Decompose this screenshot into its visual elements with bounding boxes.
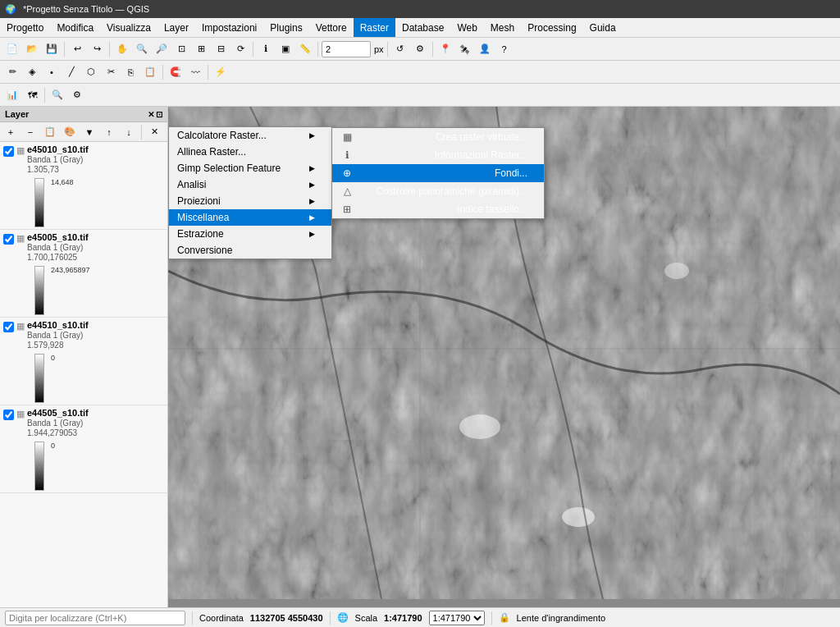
btn-gps[interactable]: 🛰: [456, 40, 474, 58]
btn-snapping[interactable]: 🧲: [167, 63, 185, 81]
menu-gimp[interactable]: Gimp Selection Feature ▶: [169, 160, 331, 176]
layer-checkbox-e45010[interactable]: [3, 146, 14, 157]
btn-undo[interactable]: ↩: [68, 40, 86, 58]
scale-select[interactable]: 1:471790 1:100000 1:50000: [429, 611, 485, 625]
btn-locator[interactable]: 🔍: [48, 86, 66, 104]
coordinate-value: 1132705 4550430: [250, 613, 323, 623]
btn-processing[interactable]: ⚙: [68, 86, 86, 104]
sidebar-close-btn[interactable]: ✕: [148, 110, 154, 119]
menu-miscellanea[interactable]: Miscellanea ▶ ▦ Crea raster virtuale... …: [169, 209, 331, 226]
menu-allinea[interactable]: Allinea Raster...: [169, 144, 331, 160]
menu-processing[interactable]: Processing: [521, 18, 582, 37]
sep2: [109, 42, 110, 57]
menu-mesh[interactable]: Mesh: [484, 18, 521, 37]
svg-point-3: [459, 414, 500, 439]
submenu-fondi[interactable]: ⊕ Fondi...: [332, 164, 544, 182]
btn-copy[interactable]: ⎘: [121, 63, 139, 81]
btn-cut[interactable]: ✂: [102, 63, 120, 81]
btn-settings[interactable]: ⚙: [411, 40, 429, 58]
layer-checkbox-e44505[interactable]: [3, 410, 14, 420]
btn-zoom-in[interactable]: 🔍: [133, 40, 151, 58]
btn-profile[interactable]: 👤: [476, 40, 494, 58]
locator-input[interactable]: [5, 611, 185, 625]
menu-guida[interactable]: Guida: [583, 18, 623, 37]
menu-analisi[interactable]: Analisi ▶: [169, 176, 331, 193]
btn-open[interactable]: 📂: [23, 40, 41, 58]
btn-layer-down[interactable]: ↓: [120, 123, 138, 141]
layer-icon-e44505: ▦: [16, 409, 25, 419]
calcolatore-label: Calcolatore Raster...: [177, 130, 267, 141]
btn-plugin1[interactable]: 📊: [3, 86, 21, 104]
btn-digitize-poly[interactable]: ⬡: [82, 63, 100, 81]
btn-layer-style[interactable]: 🎨: [61, 123, 79, 141]
analisi-label: Analisi: [177, 179, 206, 190]
btn-select[interactable]: ▣: [276, 40, 294, 58]
layer-entry-e44505[interactable]: ▦ e44505_s10.tif Banda 1 (Gray) 1.944,27…: [0, 405, 167, 440]
menu-modifica[interactable]: Modifica: [50, 18, 100, 37]
menu-estrazione[interactable]: Estrazione ▶: [169, 226, 331, 242]
btn-coord[interactable]: 📍: [436, 40, 454, 58]
btn-add-layer[interactable]: +: [2, 123, 20, 141]
legend-max-e44510: 0: [51, 354, 55, 362]
submenu-crea-raster[interactable]: ▦ Crea raster virtuale...: [332, 128, 544, 146]
menu-vettore[interactable]: Vettore: [309, 18, 354, 37]
menu-impostazioni[interactable]: Impostazioni: [195, 18, 263, 37]
btn-layer-close[interactable]: ✕: [145, 123, 163, 141]
map-area[interactable]: Calcolatore Raster... ▶ Allinea Raster..…: [168, 107, 840, 607]
btn-paste[interactable]: 📋: [141, 63, 159, 81]
btn-identify[interactable]: ℹ: [257, 40, 275, 58]
fondi-label: Fondi...: [495, 167, 527, 179]
menu-progetto[interactable]: Progetto: [0, 18, 50, 37]
btn-refresh[interactable]: ⟳: [231, 40, 249, 58]
btn-remove-layer[interactable]: −: [21, 123, 39, 141]
layer-checkbox-e45005[interactable]: [3, 234, 14, 245]
layer-entry-e45010[interactable]: ▦ e45010_s10.tif Banda 1 (Gray) 1.305,73: [0, 142, 167, 176]
btn-layer-up[interactable]: ↑: [100, 123, 118, 141]
menu-web[interactable]: Web: [450, 18, 483, 37]
btn-zoom-out[interactable]: 🔎: [153, 40, 171, 58]
btn-open-attr[interactable]: 📋: [41, 123, 59, 141]
btn-new[interactable]: 📄: [3, 40, 21, 58]
layer-entry-e44510[interactable]: ▦ e44510_s10.tif Banda 1 (Gray) 1.579,92…: [0, 318, 167, 352]
analisi-arrow: ▶: [309, 181, 315, 189]
btn-digitize-line[interactable]: ╱: [62, 63, 80, 81]
btn-redo[interactable]: ↪: [88, 40, 106, 58]
btn-hand[interactable]: ✋: [113, 40, 131, 58]
layer-checkbox-e44510[interactable]: [3, 322, 14, 332]
menu-layer[interactable]: Layer: [158, 18, 195, 37]
menu-plugins[interactable]: Plugins: [263, 18, 308, 37]
btn-zoom-layer[interactable]: ⊞: [192, 40, 210, 58]
menu-conversione[interactable]: Conversione: [169, 242, 331, 259]
submenu-costruire[interactable]: △ Costruire panoramiche (piramidi)...: [332, 182, 544, 200]
layer-name-e44510: e44510_s10.tif: [27, 320, 89, 330]
btn-help[interactable]: ?: [495, 40, 514, 58]
menu-database[interactable]: Database: [395, 18, 450, 37]
sep1: [64, 42, 65, 57]
btn-trace[interactable]: 〰: [186, 63, 204, 81]
btn-layer-filter[interactable]: ▼: [80, 123, 98, 141]
layer-entry-e45005[interactable]: ▦ e45005_s10.tif Banda 1 (Gray) 1.700,17…: [0, 230, 167, 264]
btn-zoom-full[interactable]: ⊡: [172, 40, 190, 58]
sep6: [432, 42, 433, 57]
btn-zoom-selection[interactable]: ⊟: [212, 40, 230, 58]
menu-visualizza[interactable]: Visualizza: [100, 18, 158, 37]
btn-digitize-point[interactable]: •: [43, 63, 61, 81]
btn-measure[interactable]: 📏: [296, 40, 314, 58]
menu-calcolatore[interactable]: Calcolatore Raster... ▶: [169, 127, 331, 144]
crea-raster-icon: ▦: [340, 130, 354, 144]
costruire-label: Costruire panoramiche (piramidi)...: [376, 185, 527, 197]
sidebar: Layer ✕ ⊡ + − 📋 🎨 ▼ ↑ ↓ ✕ ▦: [0, 107, 168, 607]
submenu-informazioni[interactable]: ℹ Informazioni Raster...: [332, 146, 544, 164]
menu-proiezioni[interactable]: Proiezioni ▶: [169, 193, 331, 209]
btn-advanced-dig[interactable]: ⚡: [212, 63, 230, 81]
scale-input[interactable]: [322, 41, 371, 57]
btn-edit-layer[interactable]: ✏: [3, 63, 21, 81]
btn-rotation[interactable]: ↺: [391, 40, 409, 58]
submenu-indice[interactable]: ⊞ Indice tassello...: [332, 200, 544, 218]
btn-node-tool[interactable]: ◈: [23, 63, 41, 81]
sidebar-resize-btn[interactable]: ⊡: [156, 110, 162, 119]
btn-save[interactable]: 💾: [43, 40, 61, 58]
btn-plugin2[interactable]: 🗺: [23, 86, 41, 104]
layer-toolbar: + − 📋 🎨 ▼ ↑ ↓ ✕: [0, 122, 167, 142]
menu-raster[interactable]: Raster: [354, 18, 395, 37]
